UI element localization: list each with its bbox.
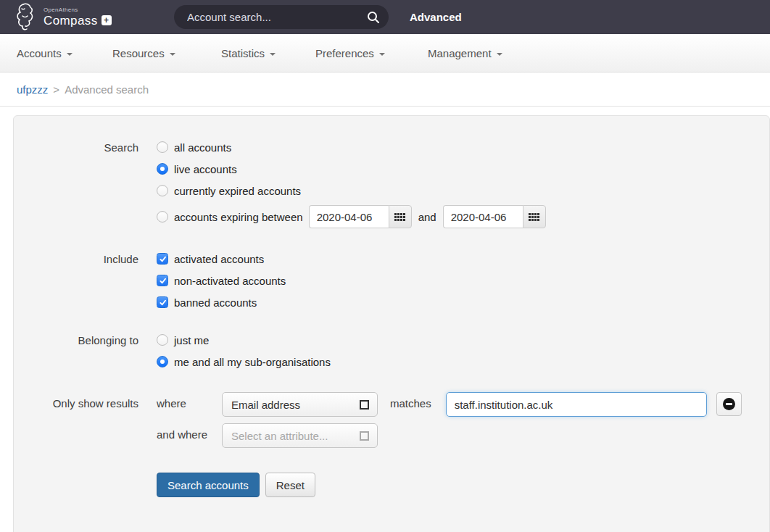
minus-circle-icon bbox=[723, 398, 735, 410]
brand-text: OpenAthens Compass + bbox=[44, 7, 112, 27]
attribute-select-placeholder: Select an attribute... bbox=[231, 430, 328, 442]
plus-badge-icon: + bbox=[102, 15, 112, 25]
caret-down-icon bbox=[497, 53, 502, 56]
radio-just-me-label: just me bbox=[174, 334, 209, 346]
filter-row-1: where Email address matches bbox=[157, 392, 742, 417]
menu-preferences[interactable]: Preferences bbox=[315, 34, 385, 72]
openathens-owl-icon bbox=[13, 2, 39, 31]
filter-value-input[interactable] bbox=[446, 392, 707, 417]
matches-label: matches bbox=[390, 397, 431, 410]
menu-accounts[interactable]: Accounts bbox=[17, 34, 73, 72]
radio-expired-accounts-label: currently expired accounts bbox=[174, 185, 301, 197]
attribute-select-value: Email address bbox=[231, 399, 300, 411]
menu-management-label: Management bbox=[428, 47, 492, 59]
search-icon[interactable] bbox=[367, 11, 380, 24]
breadcrumb-separator: > bbox=[53, 83, 59, 96]
account-search-input[interactable] bbox=[187, 11, 367, 23]
openathens-compass-logo[interactable]: OpenAthens Compass + bbox=[13, 2, 112, 31]
filter-and-where-label: and where bbox=[157, 423, 222, 441]
attribute-select[interactable]: Email address bbox=[222, 392, 378, 417]
account-search[interactable] bbox=[174, 5, 389, 29]
date-to-group bbox=[443, 205, 546, 228]
breadcrumb-org-link[interactable]: ufpzzz bbox=[17, 83, 48, 96]
caret-down-icon bbox=[270, 53, 276, 56]
radio-me-and-sub-orgs-label: me and all my sub-organisations bbox=[174, 356, 331, 368]
radio-expired-accounts[interactable]: currently expired accounts bbox=[157, 183, 546, 198]
include-group-label: Include bbox=[14, 252, 138, 309]
checkbox-banned-label: banned accounts bbox=[174, 296, 257, 309]
caret-down-icon bbox=[170, 53, 175, 56]
radio-unchecked-icon[interactable] bbox=[157, 185, 168, 196]
radio-all-accounts[interactable]: all accounts bbox=[157, 140, 546, 154]
filter-group: Only show results where Email address ma… bbox=[14, 392, 769, 497]
radio-unchecked-icon[interactable] bbox=[157, 141, 168, 153]
advanced-link[interactable]: Advanced bbox=[410, 0, 462, 34]
menu-statistics-label: Statistics bbox=[221, 47, 265, 59]
main-menubar: Accounts Resources Statistics Preference… bbox=[0, 34, 770, 72]
search-group: Search all accounts live accounts curren… bbox=[14, 140, 769, 228]
checkbox-checked-icon[interactable] bbox=[157, 296, 168, 308]
menu-accounts-label: Accounts bbox=[17, 47, 62, 59]
breadcrumb-current: Advanced search bbox=[65, 83, 149, 96]
calendar-grid-icon bbox=[394, 213, 405, 221]
brand-small-label: OpenAthens bbox=[44, 7, 112, 13]
filter-group-label: Only show results bbox=[14, 392, 138, 497]
remove-filter-button[interactable] bbox=[716, 392, 742, 416]
top-navbar: OpenAthens Compass + Advanced bbox=[0, 0, 770, 34]
menu-management[interactable]: Management bbox=[428, 34, 502, 72]
advanced-search-panel: Search all accounts live accounts curren… bbox=[13, 115, 770, 532]
radio-me-and-sub-orgs[interactable]: me and all my sub-organisations bbox=[157, 354, 331, 369]
menu-statistics[interactable]: Statistics bbox=[221, 34, 276, 72]
radio-just-me[interactable]: just me bbox=[157, 333, 331, 347]
search-group-label: Search bbox=[14, 140, 138, 228]
belonging-group-label: Belonging to bbox=[14, 333, 138, 369]
checkbox-checked-icon[interactable] bbox=[157, 275, 168, 286]
dropdown-glyph-icon bbox=[360, 400, 369, 410]
radio-expiring-between[interactable]: accounts expiring between and bbox=[157, 205, 546, 228]
radio-unchecked-icon[interactable] bbox=[157, 211, 168, 223]
checkbox-banned-accounts[interactable]: banned accounts bbox=[157, 295, 286, 309]
filter-where-label: where bbox=[157, 392, 222, 410]
menu-preferences-label: Preferences bbox=[315, 47, 374, 59]
radio-unchecked-icon[interactable] bbox=[157, 334, 168, 346]
menu-resources-label: Resources bbox=[112, 47, 165, 59]
caret-down-icon bbox=[67, 53, 73, 56]
menu-resources[interactable]: Resources bbox=[112, 34, 175, 72]
dates-and-label: and bbox=[418, 211, 436, 223]
radio-expiring-between-label: accounts expiring between bbox=[174, 211, 303, 223]
caret-down-icon bbox=[379, 53, 385, 56]
calendar-grid-icon bbox=[529, 213, 539, 221]
checkbox-activated-label: activated accounts bbox=[174, 253, 264, 265]
include-group: Include activated accounts non-activated… bbox=[14, 252, 769, 309]
radio-live-accounts-label: live accounts bbox=[174, 163, 237, 175]
date-from-calendar-button[interactable] bbox=[389, 205, 412, 228]
radio-checked-icon[interactable] bbox=[157, 163, 168, 175]
date-to-input[interactable] bbox=[443, 205, 523, 228]
date-to-calendar-button[interactable] bbox=[523, 205, 546, 228]
date-from-group bbox=[309, 205, 412, 228]
radio-live-accounts[interactable]: live accounts bbox=[157, 162, 546, 176]
form-actions: Search accounts Reset bbox=[157, 473, 742, 497]
search-accounts-button[interactable]: Search accounts bbox=[157, 473, 260, 497]
radio-checked-icon[interactable] bbox=[157, 356, 168, 367]
belonging-group: Belonging to just me me and all my sub-o… bbox=[14, 333, 769, 369]
breadcrumb: ufpzzz > Advanced search bbox=[0, 72, 770, 107]
reset-button[interactable]: Reset bbox=[265, 473, 315, 497]
checkmark-icon bbox=[159, 255, 167, 263]
attribute-select-empty[interactable]: Select an attribute... bbox=[222, 423, 378, 448]
checkmark-icon bbox=[159, 277, 167, 285]
radio-all-accounts-label: all accounts bbox=[174, 141, 231, 154]
checkbox-non-activated-accounts[interactable]: non-activated accounts bbox=[157, 273, 286, 288]
checkbox-checked-icon[interactable] bbox=[157, 253, 168, 265]
checkbox-non-activated-label: non-activated accounts bbox=[174, 275, 286, 287]
checkbox-activated-accounts[interactable]: activated accounts bbox=[157, 252, 286, 266]
brand-name-label: Compass bbox=[44, 14, 98, 27]
dropdown-glyph-icon bbox=[360, 431, 369, 441]
checkmark-icon bbox=[159, 299, 167, 307]
date-from-input[interactable] bbox=[309, 205, 389, 228]
filter-row-2: and where Select an attribute... bbox=[157, 423, 742, 448]
